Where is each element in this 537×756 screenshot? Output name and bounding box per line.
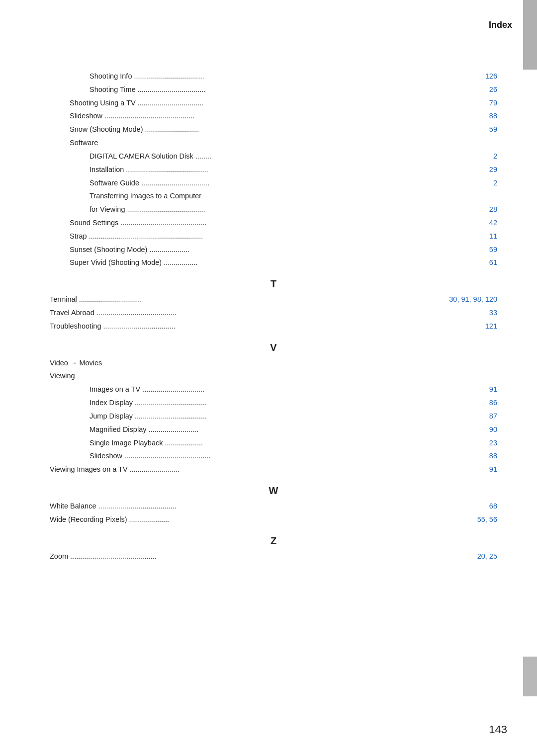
entry-page: 87 xyxy=(489,410,497,423)
index-entry: Shooting Time...........................… xyxy=(90,83,497,96)
entry-label: Shooting Time xyxy=(90,83,136,96)
index-entry: Viewing Images on a TV..................… xyxy=(50,463,497,476)
entry-label: Video → Movies xyxy=(50,356,102,370)
entry-page: 68 xyxy=(489,500,497,513)
entry-label: Index Display xyxy=(90,396,133,410)
entry-dots: ....................................... xyxy=(98,500,485,513)
entry-label: Sunset (Shooting Mode) xyxy=(70,243,147,256)
entry-page: 121 xyxy=(485,320,497,333)
index-entry: Slideshow...............................… xyxy=(90,449,497,463)
index-entry: Software Guide..........................… xyxy=(90,176,497,190)
index-entry: White Balance...........................… xyxy=(50,500,497,513)
entry-dots: .................................... xyxy=(135,410,485,423)
index-entry: Super Vivid (Shooting Mode).............… xyxy=(70,256,497,269)
index-entry: Index Display...........................… xyxy=(90,396,497,410)
entry-page: 11 xyxy=(489,230,497,243)
entry-label: Single Image Playback xyxy=(90,436,163,450)
entry-dots: ........................................… xyxy=(126,163,485,176)
entry-dots: ........................................ xyxy=(96,306,485,320)
entry-page: 33 xyxy=(489,306,497,320)
entry-page: 61 xyxy=(489,256,497,269)
index-entry: Zoom....................................… xyxy=(50,550,497,563)
entry-page: 29 xyxy=(489,163,497,176)
index-entry: Slideshow...............................… xyxy=(70,109,497,123)
entry-dots: ................. xyxy=(164,256,485,269)
entry-page: 20, 25 xyxy=(477,550,497,563)
index-title: Index xyxy=(489,20,512,30)
entry-page: 30, 91, 98, 120 xyxy=(449,293,497,306)
entry-label: Super Vivid (Shooting Mode) xyxy=(70,256,162,269)
index-entry-multiline: Transferring Images to a Computerfor Vie… xyxy=(90,189,497,216)
index-entry: Sunset (Shooting Mode)..................… xyxy=(70,243,497,256)
entry-label: Wide (Recording Pixels) xyxy=(50,513,127,526)
entry-page: 28 xyxy=(489,203,497,216)
entry-page: 55, 56 xyxy=(477,513,497,526)
entry-page: 59 xyxy=(489,123,497,136)
entry-dots: ........................................… xyxy=(70,550,473,563)
entry-dots: ........................... xyxy=(145,123,485,136)
entry-label: Magnified Display xyxy=(90,423,146,436)
index-entry: Installation............................… xyxy=(90,163,497,176)
entry-label: Installation xyxy=(90,163,124,176)
page-number: 143 xyxy=(489,723,507,736)
entry-page: 90 xyxy=(489,423,497,436)
entry-dots: ................... xyxy=(165,436,485,450)
entry-label: Shooting Using a TV xyxy=(70,96,136,110)
entry-label: Terminal xyxy=(50,293,77,306)
entry-page: 59 xyxy=(489,243,497,256)
entry-label: Shooting Info xyxy=(90,70,132,83)
index-entry: Terminal...............................3… xyxy=(50,293,497,306)
entry-page: 79 xyxy=(489,96,497,110)
entry-label: Zoom xyxy=(50,550,68,563)
entry-page: 42 xyxy=(489,216,497,230)
index-entry: Jump Display............................… xyxy=(90,410,497,423)
entry-dots: ............................... xyxy=(79,293,445,306)
entry-dots: ................................... xyxy=(134,70,481,83)
entry-label-line1: Transferring Images to a Computer xyxy=(90,189,497,203)
index-entry: Images on a TV..........................… xyxy=(90,383,497,396)
entry-label: Snow (Shooting Mode) xyxy=(70,123,143,136)
entry-page: 26 xyxy=(489,83,497,96)
entry-dots: .................... xyxy=(149,243,485,256)
section-letter-W: W xyxy=(50,485,497,497)
index-entry: Magnified Display.......................… xyxy=(90,423,497,436)
entry-dots: ........ xyxy=(195,150,489,163)
entry-dots: ......................... xyxy=(148,423,485,436)
index-entry: Snow (Shooting Mode)....................… xyxy=(70,123,497,136)
entry-page: 23 xyxy=(489,436,497,450)
entry-page: 91 xyxy=(489,463,497,476)
entry-dots: ................................. xyxy=(138,96,485,110)
entry-dots: .................................. xyxy=(141,176,489,190)
entry-label: Slideshow xyxy=(90,449,122,463)
index-entry: Shooting Info...........................… xyxy=(90,70,497,83)
entry-page: 88 xyxy=(489,109,497,123)
entry-dots: .................................... xyxy=(103,320,481,333)
section-letter-Z: Z xyxy=(50,535,497,547)
entry-dots: ........................................… xyxy=(89,230,485,243)
index-entry: Troubleshooting.........................… xyxy=(50,320,497,333)
index-entry: Strap...................................… xyxy=(70,230,497,243)
entry-page: 2 xyxy=(493,150,497,163)
entry-label: Viewing xyxy=(50,369,75,383)
entry-dots: ......................... xyxy=(130,463,485,476)
entry-label: Troubleshooting xyxy=(50,320,101,333)
entry-label: Viewing Images on a TV xyxy=(50,463,128,476)
entry-label-text: for Viewing xyxy=(90,203,125,216)
entry-page: 91 xyxy=(489,383,497,396)
entry-label: Travel Abroad xyxy=(50,306,94,320)
entry-dots: ........................................… xyxy=(104,109,485,123)
index-entry: Software xyxy=(70,136,497,150)
entry-page: 2 xyxy=(493,176,497,190)
entry-dots: ....................................... xyxy=(127,203,485,216)
entry-dots: ........................................… xyxy=(120,216,485,230)
entry-dots: .................... xyxy=(129,513,473,526)
index-entry: Video → Movies xyxy=(50,356,497,370)
entry-page: 126 xyxy=(485,70,497,83)
entry-label-line2: for Viewing.............................… xyxy=(90,203,497,216)
entry-dots: .................................... xyxy=(135,396,485,410)
section-letter-V: V xyxy=(50,342,497,353)
main-content: Shooting Info...........................… xyxy=(50,70,497,563)
index-entry: DIGITAL CAMERA Solution Disk........2 xyxy=(90,150,497,163)
entry-dots: ........................................… xyxy=(124,449,485,463)
entry-label: Sound Settings xyxy=(70,216,118,230)
